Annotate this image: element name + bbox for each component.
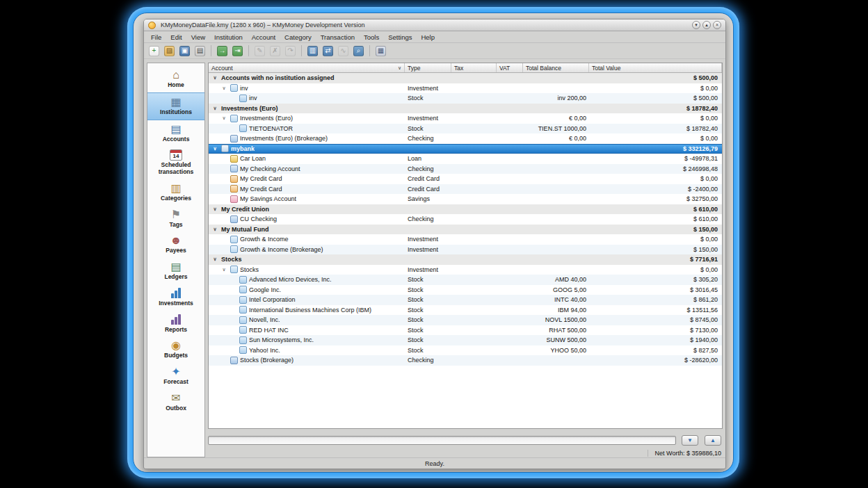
- total-balance-cell: GOOG 5,00: [523, 286, 589, 293]
- account-row[interactable]: Intel CorporationStockINTC 40,00$ 861,20: [209, 295, 722, 305]
- sidebar-item-budgets[interactable]: ◉Budgets: [147, 336, 204, 363]
- menu-transaction[interactable]: Transaction: [316, 33, 359, 42]
- account-row[interactable]: ∨Accounts with no institution assigned$ …: [209, 73, 722, 83]
- sidebar-item-scheduled-transactions[interactable]: 14Scheduled transactions: [147, 146, 204, 179]
- expander-icon[interactable]: ∨: [220, 86, 228, 91]
- save-button[interactable]: ▣: [178, 44, 191, 58]
- menu-edit[interactable]: Edit: [166, 33, 186, 42]
- account-row[interactable]: TIETOENATORStockTIEN.ST 1000,00$ 18782,4…: [209, 124, 722, 134]
- expander-icon[interactable]: ∨: [220, 115, 228, 121]
- column-header-tax[interactable]: Tax: [451, 63, 497, 72]
- ledgers-view-icon: ▥: [307, 46, 318, 56]
- minimize-button[interactable]: ▾: [692, 21, 700, 29]
- sidebar-item-investments[interactable]: Investments: [147, 284, 204, 311]
- account-row[interactable]: ∨My Mutual Fund$ 150,00: [209, 225, 722, 235]
- account-name: My Credit Card: [240, 175, 282, 182]
- expander-icon[interactable]: ∨: [211, 206, 219, 212]
- total-balance-cell: RHAT 500,00: [523, 327, 589, 334]
- expander-icon[interactable]: ∨: [211, 227, 219, 232]
- menu-view[interactable]: View: [187, 33, 209, 42]
- account-row[interactable]: Yahoo! Inc.StockYHOO 50,00$ 827,50: [209, 345, 722, 356]
- account-row[interactable]: invStockinv 200,00$ 500,00: [209, 93, 722, 104]
- account-row[interactable]: Advanced Micro Devices, Inc.StockAMD 40,…: [209, 275, 722, 285]
- total-value-cell: $ -2400,00: [589, 186, 722, 193]
- column-header-type[interactable]: Type: [405, 63, 451, 72]
- stock-icon: [239, 336, 247, 344]
- sidebar-item-payees[interactable]: ☻Payees: [147, 231, 204, 258]
- account-row[interactable]: My Savings AccountSavings$ 32750,00: [209, 194, 722, 204]
- sidebar-item-forecast[interactable]: ✦Forecast: [147, 363, 204, 389]
- print-button[interactable]: ▤: [193, 44, 207, 58]
- account-row[interactable]: My Credit CardCredit Card$ 0,00: [209, 174, 722, 184]
- titlebar[interactable]: KMyMoneyDataFile.kmy (1280 x 960) – KMyM…: [144, 19, 725, 31]
- account-row[interactable]: RED HAT INCStockRHAT 500,00$ 7130,00: [209, 325, 722, 336]
- menu-tools[interactable]: Tools: [360, 33, 383, 42]
- expander-icon[interactable]: ∨: [211, 106, 219, 111]
- account-row[interactable]: Growth & Income (Brokerage)Investment$ 1…: [209, 245, 722, 255]
- account-row[interactable]: My Checking AccountChecking$ 246998,48: [209, 164, 722, 174]
- account-row[interactable]: ∨invInvestment$ 0,00: [209, 83, 722, 94]
- consistency-grid-button[interactable]: ▦: [374, 44, 387, 58]
- ledgers-view-button[interactable]: ▥: [306, 44, 319, 58]
- expander-icon[interactable]: ∨: [211, 75, 219, 81]
- enter-schedule-button[interactable]: ⇥: [231, 44, 244, 58]
- account-row[interactable]: Car LoanLoan$ -49978,31: [209, 154, 722, 164]
- account-row[interactable]: Growth & IncomeInvestment$ 0,00: [209, 234, 722, 245]
- expander-icon[interactable]: ∨: [220, 267, 228, 273]
- maximize-button[interactable]: ▴: [702, 21, 711, 29]
- sidebar-item-categories[interactable]: ▥Categories: [147, 179, 204, 206]
- column-header-total-value[interactable]: Total Value: [589, 63, 722, 72]
- close-button[interactable]: ×: [713, 21, 721, 29]
- net-worth-label: Net Worth: $ 359886,10: [648, 450, 721, 457]
- column-header-vat[interactable]: VAT: [497, 63, 523, 72]
- new-file-icon: +: [149, 46, 159, 56]
- column-header-label: Type: [408, 65, 420, 72]
- new-file-button[interactable]: +: [147, 44, 161, 58]
- column-header-account[interactable]: Account∨: [209, 63, 405, 72]
- account-row[interactable]: Sun Microsystems, Inc.StockSUNW 500,00$ …: [209, 335, 722, 345]
- sidebar-item-accounts[interactable]: ▤Accounts: [147, 120, 204, 147]
- toolbar-separator: [301, 45, 302, 56]
- arrow-up-button[interactable]: ▲: [705, 435, 721, 446]
- expander-icon[interactable]: ∨: [211, 257, 219, 262]
- account-name-cell: My Credit Card: [209, 185, 405, 193]
- account-row[interactable]: ∨StocksInvestment$ 0,00: [209, 265, 722, 275]
- account-row[interactable]: My Credit CardCredit Card$ -2400,00: [209, 184, 722, 195]
- menu-institution[interactable]: Institution: [210, 33, 247, 42]
- transfer-button[interactable]: ⇄: [321, 44, 335, 58]
- sidebar-item-home[interactable]: ⌂Home: [147, 66, 204, 92]
- account-row[interactable]: International Business Machines Corp (IB…: [209, 305, 722, 316]
- menu-file[interactable]: File: [147, 33, 166, 42]
- sidebar-item-ledgers[interactable]: ▤Ledgers: [147, 258, 204, 284]
- new-schedule-button[interactable]: →: [216, 44, 229, 58]
- account-row[interactable]: Stocks (Brokerage)Checking$ -28620,00: [209, 355, 722, 366]
- total-value-cell: $ 3016,45: [589, 286, 722, 293]
- column-header-total-balance[interactable]: Total Balance: [523, 63, 589, 72]
- total-value-cell: $ 0,00: [589, 266, 722, 273]
- expander-icon[interactable]: ∨: [211, 146, 219, 152]
- account-row[interactable]: ∨mybank$ 332126,79: [209, 144, 722, 154]
- menu-account[interactable]: Account: [248, 33, 280, 42]
- account-row[interactable]: Novell, Inc.StockNOVL 1500,00$ 8745,00: [209, 315, 722, 325]
- sidebar-item-tags[interactable]: ⚑Tags: [147, 206, 204, 232]
- sidebar-item-label: Institutions: [160, 109, 192, 116]
- find-transaction-button[interactable]: ⌕: [352, 44, 365, 58]
- status-buttons: ▼▲: [682, 435, 721, 446]
- sidebar-item-institutions[interactable]: ▦Institutions: [147, 92, 204, 120]
- open-file-button[interactable]: ▨: [163, 44, 176, 58]
- menu-help[interactable]: Help: [417, 33, 439, 42]
- account-row[interactable]: ∨My Credit Union$ 610,00: [209, 204, 722, 215]
- menu-category[interactable]: Category: [280, 33, 316, 42]
- redo-button: ↷: [284, 44, 297, 58]
- account-row[interactable]: Google Inc.StockGOOG 5,00$ 3016,45: [209, 285, 722, 295]
- sidebar-item-reports[interactable]: Reports: [147, 311, 204, 337]
- account-row[interactable]: CU CheckingChecking$ 610,00: [209, 214, 722, 225]
- sidebar-item-outbox[interactable]: ✉Outbox: [147, 389, 204, 416]
- account-row[interactable]: ∨Investments (Euro)$ 18782,40: [209, 104, 722, 114]
- account-row[interactable]: Investments (Euro) (Brokerage)Checking€ …: [209, 133, 722, 144]
- arrow-down-button[interactable]: ▼: [682, 435, 698, 446]
- account-row[interactable]: ∨Investments (Euro)Investment€ 0,00$ 0,0…: [209, 113, 722, 124]
- menu-settings[interactable]: Settings: [384, 33, 416, 42]
- account-row[interactable]: ∨Stocks$ 7716,91: [209, 254, 722, 265]
- vm-frame: KMyMoneyDataFile.kmy (1280 x 960) – KMyM…: [127, 7, 739, 478]
